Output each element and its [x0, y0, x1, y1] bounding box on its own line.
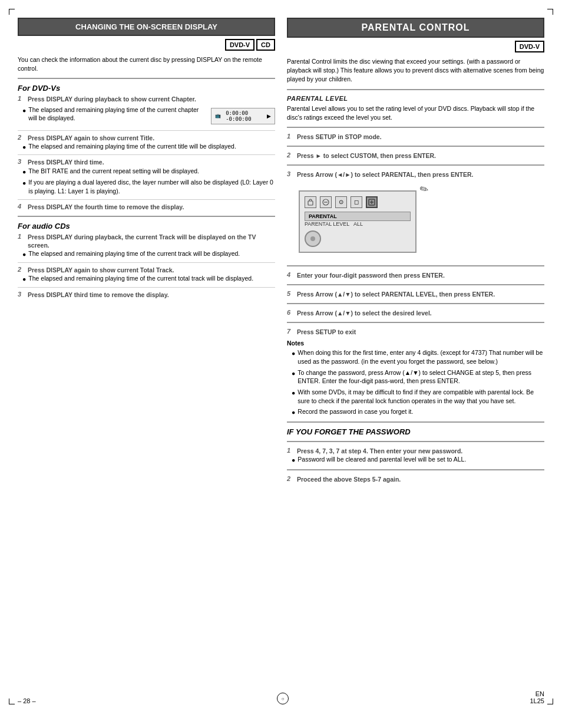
left-column: CHANGING THE ON-SCREEN DISPLAY DVD-V CD … [18, 18, 275, 674]
parental-icon-3: ◻ [351, 196, 362, 208]
dvd-step-1: 1 Press DISPLAY during playback to show … [18, 95, 275, 126]
dvd-step-3-bullet-text-0: The BIT RATE and the current repeat sett… [28, 167, 199, 176]
corner-br [547, 699, 553, 704]
notes-heading: Notes [287, 340, 544, 347]
corner-tl [9, 9, 15, 15]
pl-divider-4 [287, 284, 544, 285]
pl-step-5-line: 5 Press Arrow (▲/▼) to select PARENTAL L… [287, 290, 544, 298]
dvd-step-4-line: 4 Press DISPLAY the fourth time to remov… [18, 203, 275, 211]
center-circle: ○ [277, 693, 289, 704]
dvd-step-4: 4 Press DISPLAY the fourth time to remov… [18, 203, 275, 211]
dvd-heading: For DVD-Vs [18, 84, 275, 93]
left-intro: You can check the information about the … [18, 55, 275, 73]
right-column: PARENTAL CONTROL DVD-V Parental Control … [287, 18, 544, 674]
pl-step-4-line: 4 Enter your four-digit password then pr… [287, 271, 544, 279]
pl-step-2-text: Press ► to select CUSTOM, then press ENT… [297, 151, 436, 160]
cd-step-2-bullet-0: ● The elapsed and remaining playing time… [18, 274, 275, 284]
right-intro: Parental Control limits the disc viewing… [287, 57, 544, 84]
pl-step-3-num: 3 [287, 170, 294, 177]
note-2: ● With some DVDs, it may be difficult to… [287, 388, 544, 405]
pl-step-1-line: 1 Press SETUP in STOP mode. [287, 133, 544, 141]
dvd-step-2-text: Press DISPLAY again to show current Titl… [28, 134, 154, 142]
cd-step-3-text: Press DISPLAY third time to remove the d… [28, 291, 169, 299]
cd-step-3-line: 3 Press DISPLAY third time to remove the… [18, 291, 275, 299]
dvd-step-2: 2 Press DISPLAY again to show current Ti… [18, 134, 275, 151]
parental-icon-0 [305, 196, 316, 208]
parental-level-row: PARENTAL LEVEL ALL [305, 221, 411, 227]
forget-password-section: IF YOU FORGET THE PASSWORD 1 Press 4, 7,… [287, 427, 544, 483]
dvd-step-3-text: Press DISPLAY third time. [28, 158, 104, 166]
pl-step-4: 4 Enter your four-digit password then pr… [287, 271, 544, 279]
right-dvdv-badge: DVD-V [515, 41, 544, 52]
dvd-step-3: 3 Press DISPLAY third time. ● The BIT RA… [18, 158, 275, 195]
dvd-step-1-bullet-text: The elapsed and remaining playing time o… [28, 106, 200, 123]
pl-step-5: 5 Press Arrow (▲/▼) to select PARENTAL L… [287, 290, 544, 298]
corner-tr [547, 9, 553, 15]
pencil-icon: ✏ [418, 182, 429, 196]
dvd-divider-3 [18, 199, 275, 200]
dvd-step-3-bullet-0: ● The BIT RATE and the current repeat se… [18, 167, 275, 176]
pl-step-7: 7 Press SETUP to exit [287, 328, 544, 336]
pl-step-7-text: Press SETUP to exit [297, 328, 356, 336]
fp-step-1-text: Press 4, 7, 3, 7 at step 4. Then enter y… [297, 447, 462, 455]
left-top-divider [18, 78, 275, 79]
pl-step-3-text: Press Arrow (◄/►) to select PARENTAL, th… [297, 170, 473, 179]
pl-divider-5 [287, 303, 544, 304]
cd-step-2: 2 Press DISPLAY again to show current To… [18, 266, 275, 284]
dvd-step-1-text: Press DISPLAY during playback to show cu… [28, 95, 196, 103]
fp-divider-1 [287, 469, 544, 470]
pl-step-7-line: 7 Press SETUP to exit [287, 328, 544, 336]
pl-step-3-line: 3 Press Arrow (◄/►) to select PARENTAL, … [287, 170, 544, 179]
pl-step-1: 1 Press SETUP in STOP mode. [287, 133, 544, 141]
note-2-text: With some DVDs, it may be difficult to f… [297, 388, 544, 405]
dvd-section: For DVD-Vs 1 Press DISPLAY during playba… [18, 84, 275, 210]
bullet-dot: ● [292, 388, 295, 405]
bullet-dot: ● [22, 250, 26, 259]
pl-divider-2 [287, 164, 544, 166]
pl-divider-0 [287, 127, 544, 128]
dvd-step-1-num: 1 [18, 95, 25, 102]
cd-step-1: 1 Press DISPLAY during playback, the cur… [18, 233, 275, 259]
cd-step-3: 3 Press DISPLAY third time to remove the… [18, 291, 275, 299]
dvd-step-3-bullet-text-1: If you are playing a dual layered disc, … [28, 178, 275, 195]
right-format-badges: DVD-V [287, 41, 544, 52]
page-code: EN 1L25 [530, 690, 544, 704]
cd-step-1-line: 1 Press DISPLAY during playback, the cur… [18, 233, 275, 249]
cd-step-2-line: 2 Press DISPLAY again to show current To… [18, 266, 275, 274]
cd-divider-2 [18, 287, 275, 288]
forget-pw-divider [287, 421, 544, 423]
dvd-step-3-num: 3 [18, 158, 25, 165]
svg-rect-0 [308, 201, 313, 205]
pl-step-5-text: Press Arrow (▲/▼) to select PARENTAL LEV… [297, 290, 495, 298]
cd-step-1-bullet-0: ● The elapsed and remaining playing time… [18, 249, 275, 259]
dvd-step-2-bullet-text: The elapsed and remaining playing time o… [28, 142, 236, 151]
pl-step-6-text: Press Arrow (▲/▼) to select the desired … [297, 309, 432, 317]
pl-step-1-num: 1 [287, 133, 294, 140]
note-0: ● When doing this for the first time, en… [287, 348, 544, 365]
bullet-dot: ● [292, 369, 295, 386]
fp-step-2: 2 Proceed the above Steps 5-7 again. [287, 475, 544, 483]
pl-step-6: 6 Press Arrow (▲/▼) to select the desire… [287, 309, 544, 317]
bullet-dot: ● [292, 349, 295, 365]
page-number: – 28 – [18, 697, 36, 704]
bullet-dot: ● [22, 167, 26, 176]
cd-step-3-num: 3 [18, 291, 25, 298]
play-arrow: ▶ [267, 113, 271, 119]
cd-badge: CD [256, 39, 275, 51]
bullet-dot: ● [292, 408, 295, 417]
corner-bl [9, 699, 15, 704]
fp-step-1-num: 1 [287, 447, 294, 454]
dvd-step-3-line: 3 Press DISPLAY third time. [18, 158, 275, 166]
note-1-text: To change the password, press Arrow (▲/▼… [297, 368, 544, 386]
left-section-header: CHANGING THE ON-SCREEN DISPLAY [18, 18, 275, 36]
pl-divider-1 [287, 146, 544, 147]
cd-step-2-num: 2 [18, 266, 25, 273]
dvd-step-2-num: 2 [18, 134, 25, 141]
disc-graphic [305, 230, 321, 247]
forget-pw-heading: IF YOU FORGET THE PASSWORD [287, 427, 544, 436]
parental-level-section: PARENTAL LEVEL Parental Level allows you… [287, 95, 544, 417]
display-time: 0:00:00 -0:00:00 [226, 110, 262, 122]
bullet-dot: ● [22, 106, 26, 123]
pl-divider-3 [287, 265, 544, 266]
display-icon: 📺 [215, 113, 221, 118]
